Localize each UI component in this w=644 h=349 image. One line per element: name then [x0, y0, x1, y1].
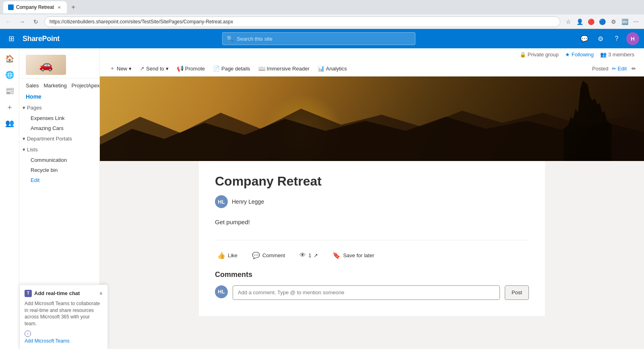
projectapex-tab[interactable]: ProjectApex: [72, 82, 100, 89]
posted-area: Posted ✏ Edit ✏: [592, 64, 638, 73]
tab-close-button[interactable]: ✕: [56, 5, 62, 10]
chat-panel-close-button[interactable]: ×: [99, 290, 103, 297]
divider: [215, 240, 529, 240]
sales-tab[interactable]: Sales: [26, 82, 39, 89]
members-icon: 👥: [600, 52, 607, 58]
comment-post-button[interactable]: Post: [505, 285, 529, 300]
following-button[interactable]: ★ Following: [565, 52, 594, 58]
extension-icon-1[interactable]: 🔴: [586, 17, 596, 27]
add-teams-link[interactable]: Add Microsoft Teams: [25, 338, 70, 344]
sharepoint-appbar: ⊞ SharePoint 🔍 💬 ⚙ ? H: [0, 29, 644, 48]
hero-image: [100, 76, 644, 161]
comments-title: Comments: [215, 271, 529, 279]
address-icons: ☆ 👤 🔴 🔵 ⚙ 🔤 ⋯: [564, 17, 641, 27]
tab-bar: Company Retreat ✕ +: [3, 1, 78, 13]
pencil-icon-2: ✏: [632, 66, 636, 72]
analytics-icon: 📊: [318, 65, 324, 72]
teams-icon: T: [25, 290, 32, 297]
author-avatar: HL: [215, 195, 228, 208]
active-tab[interactable]: Company Retreat ✕: [3, 1, 67, 13]
waffle-menu-button[interactable]: ⊞: [5, 32, 18, 45]
sidebar-item-amazing-cars[interactable]: Amazing Cars: [19, 123, 99, 133]
chevron-right-icon: ▾: [23, 136, 25, 142]
sidebar-item-expenses-link[interactable]: Expenses Link: [19, 113, 99, 123]
page-details-icon: 📄: [213, 65, 220, 72]
page-details-button[interactable]: 📄 Page details: [210, 64, 254, 73]
url-text: https://citizenbuilders.sharepoint.com/s…: [50, 19, 233, 25]
private-group-badge: 🔒 Private group: [520, 52, 559, 58]
comment-user-initials: HL: [218, 289, 225, 295]
sites-nav-button[interactable]: 🌐: [2, 68, 17, 82]
site-logo-image: 🚗: [26, 55, 66, 75]
profile-icon-1[interactable]: 👤: [575, 17, 584, 27]
sidebar-section-pages[interactable]: ▾ Pages: [19, 102, 99, 113]
feed-nav-button[interactable]: 📰: [2, 84, 17, 98]
following-label: Following: [572, 52, 594, 58]
promote-button[interactable]: 📢 Promote: [173, 64, 208, 73]
comment-button[interactable]: 💬 Comment: [250, 250, 287, 261]
sidebar-item-recycle-bin[interactable]: Recycle bin: [19, 165, 99, 175]
reload-button[interactable]: ↻: [31, 17, 41, 27]
logo-decoration: 🚗: [39, 58, 53, 72]
save-later-button[interactable]: 🔖 Save for later: [330, 250, 376, 261]
forward-button[interactable]: →: [17, 17, 27, 27]
new-tab-button[interactable]: +: [68, 2, 78, 12]
edit-button[interactable]: ✏ Edit: [612, 66, 627, 72]
analytics-button[interactable]: 📊 Analytics: [314, 64, 350, 73]
new-icon: ＋: [109, 65, 115, 72]
extension-icon-2[interactable]: 🔵: [597, 17, 607, 27]
chat-panel-body: Add Microsoft Teams to collaborate in re…: [25, 300, 103, 327]
sharepoint-logo: SharePoint: [23, 35, 60, 43]
views-button[interactable]: 👁 1 ↗: [297, 250, 320, 260]
create-nav-button[interactable]: ＋: [2, 100, 17, 114]
author-name: Henry Legge: [232, 198, 264, 205]
marketing-tab[interactable]: Marketing: [44, 82, 67, 89]
url-bar[interactable]: https://citizenbuilders.sharepoint.com/s…: [44, 17, 560, 27]
sidebar-section-dept-portals[interactable]: ▾ Department Portals: [19, 133, 99, 144]
settings-dots[interactable]: ⋯: [631, 17, 641, 27]
search-input[interactable]: [237, 36, 411, 42]
author-initials: HL: [218, 199, 225, 205]
hero-mountains-svg: [100, 105, 644, 161]
search-box[interactable]: 🔍: [222, 32, 415, 45]
sidebar-item-edit[interactable]: Edit: [19, 175, 99, 185]
home-nav-button[interactable]: 🏠: [2, 52, 17, 66]
author-row: HL Henry Legge: [215, 195, 529, 208]
new-button[interactable]: ＋ New ▾: [106, 63, 135, 74]
immersive-reader-icon: 📖: [258, 65, 265, 72]
comment-input-row: HL Post: [215, 285, 529, 300]
star-icon: ★: [565, 52, 570, 58]
settings-button[interactable]: ⚙: [594, 32, 607, 45]
help-button[interactable]: ?: [610, 32, 623, 45]
members-label: 3 members: [608, 52, 634, 58]
chat-button[interactable]: 💬: [578, 32, 591, 45]
like-label: Like: [228, 252, 237, 258]
home-label: Home: [26, 93, 41, 100]
command-bar: ＋ New ▾ ↗ Send to ▾ 📢 Promote 📄 Page det…: [100, 61, 644, 76]
extension-icon-4[interactable]: 🔤: [620, 17, 630, 27]
sidebar-item-home[interactable]: Home: [19, 91, 99, 102]
tab-favicon: [8, 4, 14, 10]
extension-icon-3[interactable]: ⚙: [609, 17, 618, 27]
immersive-reader-button[interactable]: 📖 Immersive Reader: [255, 64, 313, 73]
page-body: Get pumped!: [215, 218, 529, 227]
pages-section-label: Pages: [27, 105, 42, 111]
comment-input[interactable]: [233, 285, 500, 300]
like-button[interactable]: 👍 Like: [215, 250, 240, 261]
back-button[interactable]: ←: [3, 17, 14, 27]
user-avatar[interactable]: H: [626, 32, 639, 45]
bookmark-save-icon: 🔖: [332, 252, 341, 259]
action-bar: 👍 Like 💬 Comment 👁 1 ↗ 🔖 Save for later: [215, 247, 529, 264]
send-to-button[interactable]: ↗ Send to ▾: [136, 64, 172, 73]
more-options-button[interactable]: ✏: [630, 64, 638, 73]
members-button[interactable]: 👥 3 members: [600, 52, 634, 58]
icon-sidebar: 🏠 🌐 📰 ＋ 👥: [0, 48, 19, 349]
chat-panel: T Add real-time chat × Add Microsoft Tea…: [19, 285, 108, 349]
edit-pencil-icon: ✏: [612, 66, 616, 72]
sidebar-item-communication[interactable]: Communication: [19, 155, 99, 165]
bookmark-button[interactable]: ☆: [564, 17, 573, 27]
sidebar-section-lists[interactable]: ▾ Lists: [19, 144, 99, 155]
people-nav-button[interactable]: 👥: [2, 116, 17, 130]
lock-icon: 🔒: [520, 52, 526, 58]
views-count: 1: [308, 252, 311, 258]
